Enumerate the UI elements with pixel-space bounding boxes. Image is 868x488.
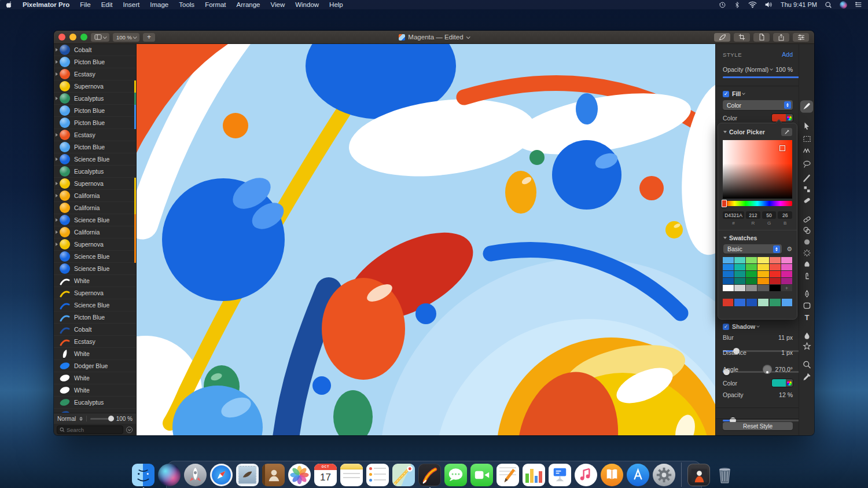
- swatch[interactable]: [781, 271, 792, 277]
- apple-menu[interactable]: [0, 0, 17, 9]
- swatch-settings-gear-icon[interactable]: ⚙: [786, 245, 792, 253]
- layer-row[interactable]: Science Blue: [54, 214, 136, 226]
- share-button[interactable]: [773, 33, 789, 42]
- menu-window[interactable]: Window: [290, 0, 324, 9]
- swatch[interactable]: [746, 257, 757, 263]
- notification-center-icon[interactable]: [855, 1, 862, 8]
- disclosure-triangle[interactable]: [56, 72, 58, 76]
- tool-erase[interactable]: [801, 195, 813, 206]
- filter-button[interactable]: [126, 426, 133, 434]
- swatch[interactable]: [723, 264, 734, 270]
- blend-mode-value[interactable]: Normal: [57, 416, 76, 422]
- add-style-button[interactable]: Add: [782, 51, 793, 58]
- menu-format[interactable]: Format: [200, 0, 231, 9]
- layer-row[interactable]: White: [54, 372, 136, 384]
- shadow-checkbox[interactable]: ✓: [723, 324, 729, 330]
- dock-pages[interactable]: [496, 464, 519, 486]
- shadow-color-well[interactable]: [772, 379, 793, 387]
- tool-shape[interactable]: [801, 300, 813, 311]
- edit-tool-button[interactable]: [714, 33, 730, 42]
- swatch[interactable]: [757, 257, 768, 263]
- layer-row[interactable]: Science Blue: [54, 251, 136, 263]
- eyedropper-button[interactable]: [781, 128, 792, 136]
- swatch[interactable]: [770, 285, 781, 291]
- menu-help[interactable]: Help: [324, 0, 348, 9]
- swatch[interactable]: [781, 264, 792, 270]
- time-machine-icon[interactable]: [719, 1, 726, 9]
- search-input[interactable]: Search: [57, 425, 123, 434]
- swatch[interactable]: [734, 271, 745, 277]
- close-button[interactable]: [58, 34, 65, 41]
- swatch[interactable]: [734, 278, 745, 284]
- recent-swatch[interactable]: [758, 299, 768, 306]
- dock-reminders[interactable]: [366, 464, 389, 486]
- swatch[interactable]: [723, 278, 734, 284]
- menu-edit[interactable]: Edit: [96, 0, 118, 9]
- disclosure-triangle[interactable]: [56, 218, 58, 222]
- swatch[interactable]: [746, 278, 757, 284]
- dock-messages[interactable]: [444, 464, 467, 486]
- minimize-button[interactable]: [69, 34, 76, 41]
- tool-repair[interactable]: [801, 214, 813, 225]
- tool-zoom[interactable]: [801, 359, 813, 370]
- bluetooth-icon[interactable]: [734, 1, 741, 9]
- menu-pixelmator-pro[interactable]: Pixelmator Pro: [17, 0, 75, 9]
- layer-row[interactable]: Ecstasy: [54, 336, 136, 348]
- canvas-artwork[interactable]: [137, 44, 715, 435]
- swatch[interactable]: [757, 285, 768, 291]
- layer-row[interactable]: Picton Blue: [54, 117, 136, 129]
- tool-blur[interactable]: [801, 236, 813, 248]
- layer-row[interactable]: Picton Blue: [54, 311, 136, 324]
- menu-insert[interactable]: Insert: [118, 0, 145, 9]
- layer-row[interactable]: Picton Blue: [54, 141, 136, 153]
- tool-color-fill[interactable]: [801, 330, 813, 342]
- swatch[interactable]: [757, 264, 768, 270]
- dock-keynote[interactable]: [549, 464, 571, 486]
- layer-row[interactable]: California: [54, 226, 136, 239]
- disclosure-triangle[interactable]: [56, 230, 58, 234]
- layer-row[interactable]: White: [54, 384, 136, 397]
- swatch[interactable]: [781, 257, 792, 263]
- swatch[interactable]: [723, 257, 734, 263]
- recent-swatch[interactable]: [723, 299, 733, 306]
- layer-row[interactable]: Eucalyptus: [54, 93, 136, 105]
- swatch[interactable]: [746, 271, 757, 277]
- export-tool-button[interactable]: [753, 33, 770, 42]
- menu-view[interactable]: View: [265, 0, 290, 9]
- layer-row[interactable]: Picton Blue: [54, 105, 136, 117]
- siri-icon[interactable]: [840, 1, 847, 9]
- canvas[interactable]: [137, 44, 715, 435]
- swatch[interactable]: [746, 264, 757, 270]
- zoom-level-button[interactable]: 100 %: [113, 33, 139, 42]
- angle-dial[interactable]: [763, 365, 772, 374]
- swatch[interactable]: [757, 278, 768, 284]
- dock-trash[interactable]: [713, 464, 736, 486]
- style-opacity-slider[interactable]: [723, 74, 806, 80]
- hue-selector[interactable]: [722, 200, 727, 207]
- recent-swatch[interactable]: [770, 299, 780, 306]
- layer-row[interactable]: Science Blue: [54, 153, 136, 166]
- hex-field[interactable]: D4321A: [723, 211, 744, 219]
- sidebar-toggle-button[interactable]: [91, 33, 109, 42]
- recent-swatch[interactable]: [782, 299, 792, 306]
- menu-file[interactable]: File: [75, 0, 96, 9]
- volume-icon[interactable]: [764, 1, 773, 8]
- green-field[interactable]: 50: [762, 211, 777, 219]
- dock-books[interactable]: [601, 464, 623, 486]
- swatch[interactable]: [770, 257, 781, 263]
- layer-row[interactable]: Science Blue: [54, 263, 136, 275]
- fill-color-well[interactable]: [772, 114, 793, 122]
- disclosure-triangle[interactable]: [56, 60, 58, 64]
- disclosure-triangle[interactable]: [56, 157, 58, 161]
- zoom-button[interactable]: [80, 34, 87, 41]
- saturation-brightness-area[interactable]: [723, 140, 792, 199]
- swatch[interactable]: [746, 285, 757, 291]
- disclosure-triangle[interactable]: [56, 48, 58, 52]
- tool-pen[interactable]: [801, 288, 813, 300]
- swatch[interactable]: [770, 264, 781, 270]
- tool-color-picker[interactable]: [801, 371, 813, 383]
- recent-swatch[interactable]: [746, 299, 757, 306]
- menu-arrange[interactable]: Arrange: [231, 0, 266, 9]
- fill-label[interactable]: Fill: [732, 90, 745, 97]
- disclosure-triangle[interactable]: [56, 194, 58, 197]
